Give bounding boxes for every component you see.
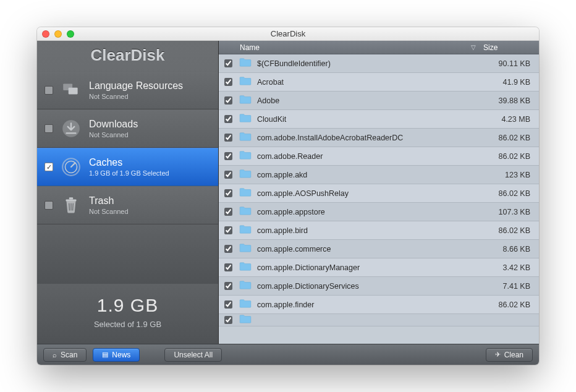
table-row[interactable]: com.adobe.InstallAdobeAcrobatReaderDC 86… — [219, 129, 539, 147]
table-row[interactable]: Acrobat 41.9 KB — [219, 73, 539, 92]
selected-of-total: Selected of 1.9 GB — [37, 320, 218, 329]
sort-indicator-icon: ▽ — [471, 44, 476, 51]
flags-icon — [59, 79, 83, 102]
category-name: Trash — [89, 195, 129, 207]
table-row[interactable]: Adobe 39.88 KB — [219, 92, 539, 110]
footer-toolbar: ⌕ Scan ▤ News Unselect All ✈ Clean — [37, 344, 539, 365]
column-name[interactable]: Name ▽ — [237, 43, 483, 52]
scan-button[interactable]: ⌕ Scan — [43, 348, 87, 362]
search-icon: ⌕ — [53, 351, 57, 359]
row-size: 86.02 KB — [483, 134, 539, 142]
row-checkbox[interactable] — [224, 189, 232, 197]
row-checkbox[interactable] — [224, 208, 232, 216]
folder-icon — [239, 262, 257, 273]
row-checkbox[interactable] — [224, 263, 232, 271]
row-checkbox[interactable] — [224, 171, 232, 179]
folder-icon — [239, 206, 257, 218]
category-checkbox[interactable]: ✓ — [44, 163, 53, 171]
titlebar: ClearDisk — [37, 27, 539, 41]
row-size: 86.02 KB — [483, 152, 539, 161]
svg-rect-1 — [69, 88, 78, 95]
row-checkbox[interactable] — [224, 245, 232, 253]
category-status: Not Scanned — [89, 93, 183, 100]
column-size[interactable]: Size — [483, 43, 539, 52]
clean-icon: ✈ — [495, 351, 501, 359]
row-checkbox[interactable] — [224, 300, 232, 309]
unselect-all-button[interactable]: Unselect All — [164, 348, 222, 362]
row-checkbox[interactable] — [224, 96, 232, 104]
folder-icon — [239, 132, 257, 143]
row-checkbox[interactable] — [224, 78, 232, 86]
table-body[interactable]: $(CFBundleIdentifier) 90.11 KB Acrobat 4… — [219, 54, 539, 344]
gauge-icon — [59, 155, 83, 179]
folder-icon — [239, 58, 257, 69]
row-size: 4.23 MB — [483, 115, 539, 124]
category-checkbox[interactable] — [44, 86, 53, 95]
sidebar-item-downloads[interactable]: Downloads Not Scanned — [37, 109, 218, 148]
row-name: com.apple.AOSPushRelay — [257, 189, 349, 198]
row-name: com.apple.DictionaryServices — [257, 282, 359, 291]
category-checkbox[interactable] — [44, 201, 53, 210]
news-button[interactable]: ▤ News — [93, 348, 140, 362]
row-size: 123 KB — [483, 171, 539, 179]
category-status: Not Scanned — [89, 208, 129, 215]
table-row[interactable]: com.apple.DictionaryServices 7.41 KB — [219, 277, 539, 296]
row-size: 86.02 KB — [483, 189, 539, 198]
folder-icon — [239, 95, 257, 106]
table-row[interactable]: com.apple.commerce 8.66 KB — [219, 240, 539, 258]
category-name: Caches — [89, 157, 169, 168]
row-name: com.adobe.InstallAdobeAcrobatReaderDC — [257, 134, 403, 142]
sidebar-item-language-resources[interactable]: Language Resources Not Scanned — [37, 71, 218, 109]
folder-icon — [239, 187, 257, 199]
clean-button[interactable]: ✈ Clean — [486, 348, 533, 362]
table-row[interactable]: com.apple.AOSPushRelay 86.02 KB — [219, 184, 539, 203]
table-row[interactable]: com.apple.akd 123 KB — [219, 166, 539, 184]
sidebar: ClearDisk Language Resources Not Scanned… — [37, 41, 219, 344]
download-icon — [59, 117, 83, 140]
folder-icon — [239, 314, 257, 326]
row-name: $(CFBundleIdentifier) — [257, 59, 331, 68]
svg-line-8 — [69, 203, 70, 211]
row-size: 3.42 KB — [483, 263, 539, 272]
svg-rect-7 — [69, 197, 73, 199]
selection-summary: 1.9 GB Selected of 1.9 GB — [37, 284, 218, 344]
minimize-button[interactable] — [54, 30, 62, 38]
sidebar-item-trash[interactable]: Trash Not Scanned — [37, 186, 218, 224]
row-checkbox[interactable] — [224, 152, 232, 160]
category-status: 1.9 GB of 1.9 GB Selected — [89, 169, 169, 177]
svg-line-5 — [71, 163, 75, 167]
row-name: com.apple.finder — [257, 300, 314, 309]
table-row[interactable]: $(CFBundleIdentifier) 90.11 KB — [219, 54, 539, 73]
window-controls — [42, 30, 74, 38]
row-checkbox[interactable] — [224, 282, 232, 290]
close-button[interactable] — [42, 30, 49, 38]
category-checkbox[interactable] — [44, 124, 53, 133]
table-row[interactable]: com.apple.finder 86.02 KB — [219, 296, 539, 314]
row-checkbox[interactable] — [224, 134, 232, 142]
row-checkbox[interactable] — [224, 226, 232, 234]
row-name: com.apple.DictionaryManager — [257, 263, 360, 272]
folder-icon — [239, 280, 257, 292]
category-status: Not Scanned — [89, 131, 138, 138]
row-name: Adobe — [257, 96, 279, 105]
row-size: 39.88 KB — [483, 96, 539, 105]
row-checkbox[interactable] — [224, 115, 232, 123]
row-size: 7.41 KB — [483, 282, 539, 291]
row-size: 41.9 KB — [483, 78, 539, 87]
row-size: 86.02 KB — [483, 300, 539, 309]
table-row[interactable] — [219, 314, 539, 326]
table-row[interactable]: com.apple.appstore 107.3 KB — [219, 203, 539, 221]
app-brand: ClearDisk — [37, 41, 218, 71]
table-row[interactable]: com.apple.bird 86.02 KB — [219, 221, 539, 240]
sidebar-item-caches[interactable]: ✓ Caches 1.9 GB of 1.9 GB Selected — [37, 148, 218, 186]
row-checkbox[interactable] — [224, 59, 232, 67]
folder-icon — [239, 243, 257, 255]
zoom-button[interactable] — [67, 30, 74, 38]
row-checkbox[interactable] — [224, 316, 232, 324]
row-size: 90.11 KB — [483, 59, 539, 68]
row-name: com.apple.akd — [257, 171, 307, 179]
table-row[interactable]: CloudKit 4.23 MB — [219, 110, 539, 129]
window-title: ClearDisk — [37, 29, 539, 38]
table-row[interactable]: com.adobe.Reader 86.02 KB — [219, 147, 539, 166]
table-row[interactable]: com.apple.DictionaryManager 3.42 KB — [219, 258, 539, 277]
